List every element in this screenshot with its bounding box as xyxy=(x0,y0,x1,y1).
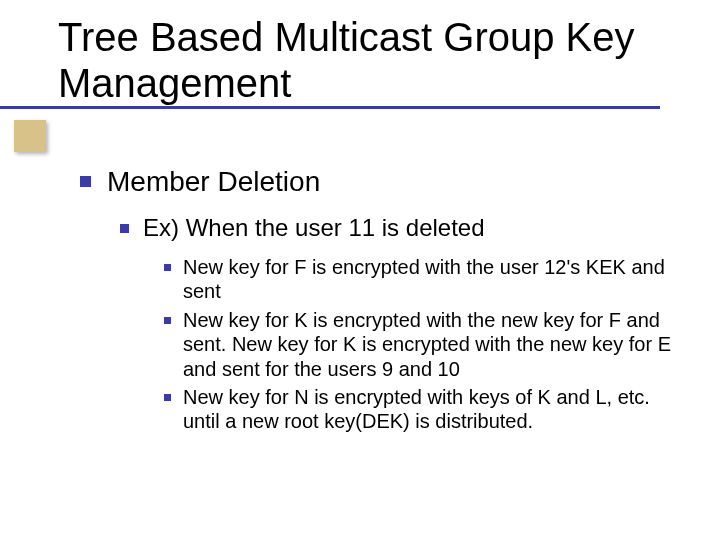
accent-square xyxy=(14,120,46,152)
level3-text: New key for K is encrypted with the new … xyxy=(183,308,680,381)
square-bullet-icon xyxy=(164,264,171,271)
slide: Tree Based Multicast Group Key Managemen… xyxy=(0,0,720,540)
body-content: Member Deletion Ex) When the user 11 is … xyxy=(80,164,680,438)
level2-text: Ex) When the user 11 is deleted xyxy=(143,213,485,243)
title-block: Tree Based Multicast Group Key Managemen… xyxy=(58,14,678,106)
square-bullet-icon xyxy=(80,176,91,187)
slide-title: Tree Based Multicast Group Key Managemen… xyxy=(58,14,678,106)
square-bullet-icon xyxy=(164,317,171,324)
square-bullet-icon xyxy=(164,394,171,401)
level3-text: New key for N is encrypted with keys of … xyxy=(183,385,680,434)
bullet-level3: New key for F is encrypted with the user… xyxy=(164,255,680,304)
bullet-level2: Ex) When the user 11 is deleted xyxy=(120,213,680,243)
level1-text: Member Deletion xyxy=(107,164,320,199)
bullet-level3: New key for K is encrypted with the new … xyxy=(164,308,680,381)
bullet-level1: Member Deletion xyxy=(80,164,680,199)
title-underline xyxy=(0,106,660,109)
bullet-level3: New key for N is encrypted with keys of … xyxy=(164,385,680,434)
square-bullet-icon xyxy=(120,224,129,233)
level3-text: New key for F is encrypted with the user… xyxy=(183,255,680,304)
